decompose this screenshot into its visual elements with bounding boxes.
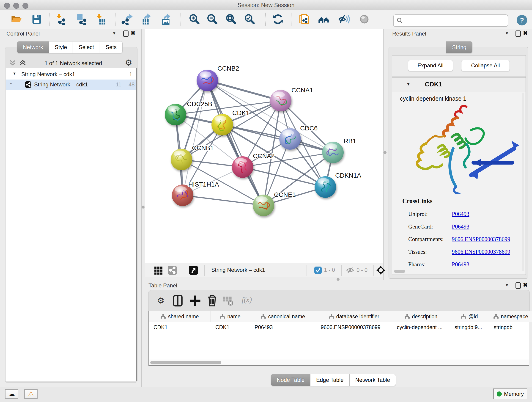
network-options-gear-icon[interactable]: ⚙ [125,59,132,67]
column-header-shared-name[interactable]: shared name [149,311,211,322]
column-header-description[interactable]: description [392,311,450,322]
grid-view-button[interactable] [154,266,163,275]
help-button[interactable]: ? [517,15,527,26]
table-cell[interactable]: cyclin-dependent ... [392,322,450,332]
warnings-button[interactable]: ⚠ [24,389,38,399]
horizontal-splitter-handle[interactable] [336,278,340,281]
table-cell[interactable]: stringdb:9... [450,322,489,332]
control-panel-close-icon[interactable]: ✖ [131,30,135,36]
zoom-out-button[interactable] [206,13,219,26]
network-selected-status: 1 of 1 Network selected [30,60,117,66]
column-header--id[interactable]: @id [450,311,489,322]
results-panel-float-icon[interactable] [515,31,521,37]
tab-sets[interactable]: Sets [100,41,123,53]
cloud-status-button[interactable]: ☁ [5,389,18,399]
show-graphics-details-button[interactable] [358,13,371,26]
tree-expander-icon[interactable]: ▼ [13,71,16,76]
control-panel-menu-icon[interactable]: ▼ [112,31,116,36]
table-panel-close-icon[interactable]: ✖ [523,282,528,288]
results-vertical-scrollbar[interactable] [522,93,524,271]
tab-string[interactable]: String [446,41,472,53]
tab-network-table[interactable]: Network Table [350,374,396,386]
table-cell[interactable]: P06493 [250,322,316,332]
crosslink-link[interactable]: P06493 [452,211,469,217]
zoom-in-button[interactable] [188,13,201,26]
search-input[interactable] [406,16,505,25]
table-panel-menu-icon[interactable]: ▼ [505,283,509,288]
hide-graphics-details-button[interactable] [338,13,351,26]
save-session-button[interactable] [30,13,43,26]
results-horizontal-scrollbar-thumb[interactable] [394,270,405,273]
table-horizontal-scrollbar[interactable] [149,360,529,365]
table-cell[interactable]: stringdb [489,322,532,332]
expand-all-button[interactable]: Expand All [408,60,453,71]
birdseye-toggle-button[interactable] [376,266,385,275]
tab-edge-table[interactable]: Edge Table [310,374,350,386]
control-panel-float-icon[interactable] [123,31,128,37]
create-column-button[interactable] [189,294,201,307]
network-row-selected[interactable]: ● String Network – cdk1 11 48 [6,80,136,90]
import-network-from-database-button[interactable] [75,13,88,26]
table-row[interactable]: CDK1CDK1P064939606.ENSP00000378699cyclin… [149,322,532,332]
crosslink-link[interactable]: P06493 [452,223,469,230]
import-network-button[interactable] [54,13,67,26]
export-network-button[interactable] [121,13,134,26]
network-canvas[interactable]: CCNB2CCNA1CDC25BCDK1CDC6RB1CCNB1CCNA2CDK… [145,29,383,263]
tab-network[interactable]: Network [17,41,49,53]
delete-table-button[interactable] [222,294,234,307]
tab-select[interactable]: Select [73,41,100,53]
crosslink-row: GeneCard:P06493 [408,220,510,233]
detach-view-button[interactable] [189,266,198,275]
column-header-database-identifier[interactable]: database identifier [316,311,392,322]
table-cell[interactable]: CDK1 [211,322,250,332]
column-header-name[interactable]: name [211,311,250,322]
selected-node-edge-counts: 1 - 0 [324,267,335,273]
right-splitter[interactable] [383,29,387,280]
table-cell[interactable]: 9606.ENSP00000378699 [316,322,392,332]
results-panel-menu-icon[interactable]: ▼ [505,31,509,36]
selected-checkbox-icon[interactable] [314,267,322,274]
crosslink-link[interactable]: 9606.ENSP00000378699 [452,249,510,255]
birdseye-view-button[interactable] [317,13,330,26]
open-session-button[interactable] [10,13,23,26]
tab-style[interactable]: Style [49,41,73,53]
results-panel-close-icon[interactable]: ✖ [523,30,528,36]
crosslink-link[interactable]: P06493 [452,261,469,268]
collapse-all-networks-button[interactable] [9,59,16,66]
function-builder-icon[interactable]: f(x) [242,295,252,304]
import-table-button[interactable] [94,13,107,26]
node-count: 11 [116,81,121,88]
expand-all-networks-button[interactable] [19,59,26,66]
column-header-namespace[interactable]: namespace [489,311,532,322]
apply-layout-button[interactable] [272,13,284,26]
zoom-selected-button[interactable] [243,13,256,26]
toolbar-separator [181,13,181,26]
svg-text:CCNE1: CCNE1 [274,191,296,198]
table-settings-gear-button[interactable]: ⚙ [155,294,167,307]
network-view-share-button[interactable] [168,266,177,275]
network-node-CDC25B [165,104,186,125]
table-panel-float-icon[interactable] [515,282,521,289]
delete-column-button[interactable] [206,294,218,307]
gene-name: CDK1 [425,81,442,88]
table-scrollbar-thumb[interactable] [150,361,221,364]
tab-node-table[interactable]: Node Table [271,374,310,386]
export-image-button[interactable] [160,13,173,26]
network-collection-row[interactable]: ▼ String Network – cdk1 1 [6,69,136,80]
left-splitter-handle[interactable] [142,206,145,209]
network-node-CCNE1 [253,195,274,216]
gene-expander-icon[interactable]: ▼ [406,82,410,87]
crosslink-link[interactable]: 9606.ENSP00000378699 [452,236,510,242]
table-cell[interactable]: CDK1 [149,322,211,332]
column-header-canonical-name[interactable]: canonical name [250,311,316,322]
network-node-CCNA1 [270,90,291,111]
gene-section-header[interactable]: ▼ CDK1 [392,77,526,92]
string-network-graph[interactable]: CCNB2CCNA1CDC25BCDK1CDC6RB1CCNB1CCNA2CDK… [145,29,383,263]
memory-button[interactable]: Memory [493,389,527,399]
export-table-button[interactable] [140,13,153,26]
right-splitter-handle[interactable] [384,151,386,154]
collapse-all-button[interactable]: Collapse All [461,60,510,71]
network-snapshot-button[interactable] [298,13,311,26]
zoom-fit-button[interactable] [225,13,237,26]
show-columns-button[interactable] [172,294,184,307]
